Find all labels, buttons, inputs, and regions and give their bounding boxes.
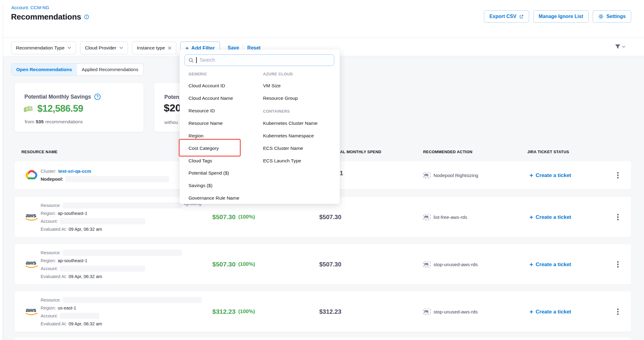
region-value: ap-southeast-1 <box>58 211 87 216</box>
external-link-icon <box>519 14 524 19</box>
row-menu-kebab-icon[interactable] <box>615 259 620 269</box>
breadcrumb[interactable]: Account: CCM-NG <box>11 5 49 10</box>
filter-chip-label: Instance type <box>137 45 165 51</box>
redacted-resource-value <box>63 202 182 208</box>
close-icon[interactable] <box>168 46 171 50</box>
chevron-down-icon <box>622 46 625 48</box>
filter-option-resource-name[interactable]: Resource Name <box>188 121 223 126</box>
col-header-recommended-action: RECOMMENDED ACTION <box>423 150 472 154</box>
savings-sub-suffix: recommendations <box>45 119 83 125</box>
row-menu-kebab-icon[interactable] <box>615 170 620 180</box>
resource-label: Resource: <box>41 203 61 208</box>
account-label: Account: <box>41 266 58 271</box>
recommended-action-label: stop-unused-aws-rds <box>434 309 478 314</box>
filter-option-cloud-account-name[interactable]: Cloud Account Name <box>188 96 233 101</box>
resource-label: Resource: <box>41 298 61 302</box>
gear-icon <box>598 14 604 19</box>
settings-label: Settings <box>606 14 626 19</box>
savings-sub-prefix: from <box>25 119 34 125</box>
filter-chip-recommendation-type[interactable]: Recommendation Type <box>11 42 76 54</box>
recommendations-page: Account: CCM-NG Recommendations Export C… <box>0 0 644 340</box>
redacted-account-value <box>60 218 145 224</box>
tab-open-recommendations[interactable]: Open Recommendations <box>11 64 77 75</box>
recommendation-row[interactable]: aws Resource: Region:us-east-1 Account: … <box>15 291 631 332</box>
region-label: Region: <box>41 306 56 310</box>
search-input[interactable] <box>199 57 331 63</box>
funnel-icon <box>615 44 621 49</box>
chevron-down-icon <box>68 47 71 49</box>
region-value: ap-southeast-1 <box>58 258 87 263</box>
potential-savings-value: $312.23 <box>212 308 236 315</box>
filter-option-resource-id[interactable]: Resource ID <box>188 108 215 114</box>
tab-applied-recommendations[interactable]: Applied Recommendations <box>77 64 143 75</box>
svg-text:aws: aws <box>26 212 36 219</box>
next-row-partial <box>15 338 631 340</box>
header-divider <box>3 37 644 38</box>
resource-label: Resource: <box>41 250 61 255</box>
filter-option-region[interactable]: Region <box>188 133 203 139</box>
filter-option-potential-spend[interactable]: Potential Spend ($) <box>188 170 229 176</box>
region-value: us-east-1 <box>58 306 76 310</box>
gcp-logo-icon <box>25 169 38 182</box>
col-header-monthly-spend-fragment: AL MONTHLY SPEND <box>340 150 381 154</box>
redacted-nodepool-value <box>65 176 169 182</box>
export-csv-label: Export CSV <box>489 14 516 19</box>
create-ticket-button[interactable]: + Create a ticket <box>529 214 571 220</box>
filter-option-cost-category[interactable]: Cost Category <box>188 146 219 151</box>
page-title: Recommendations <box>11 12 81 22</box>
settings-button[interactable]: Settings <box>593 10 631 23</box>
dropdown-search-field[interactable] <box>185 54 334 66</box>
col-header-jira-ticket-status: JIRA TICKET STATUS <box>527 150 569 154</box>
chevron-down-icon <box>119 47 123 49</box>
redacted-account-value <box>60 266 145 272</box>
filter-option-governance-rule-name[interactable]: Governance Rule Name <box>188 195 239 201</box>
evaluated-at-value: 09 Apr, 06:32 am <box>68 274 102 279</box>
savings-amount: $12,586.59 <box>37 103 83 114</box>
aws-logo-icon: aws <box>25 259 39 270</box>
recommended-action-label: stop-unused-aws-rds <box>434 262 478 267</box>
potential-savings-percent: (100%) <box>238 309 255 315</box>
savings-count: 535 <box>36 119 44 125</box>
recommendations-tabs: Open Recommendations Applied Recommendat… <box>11 63 144 76</box>
manage-ignore-list-button[interactable]: Manage Ignore List <box>533 10 589 23</box>
help-icon[interactable]: ? <box>94 93 101 100</box>
create-ticket-button[interactable]: + Create a ticket <box>529 261 571 268</box>
evaluated-at-label: Evaluated At: <box>41 274 67 279</box>
filter-chip-cloud-provider[interactable]: Cloud Provider <box>80 42 128 54</box>
potential-monthly-savings-card: Potential Monthly Savings ? $ $12,586.59… <box>15 83 144 132</box>
create-ticket-label: Create a ticket <box>536 214 571 220</box>
row-menu-kebab-icon[interactable] <box>615 307 620 317</box>
filter-option-cloud-account-id[interactable]: Cloud Account ID <box>188 83 225 89</box>
spend-card-sub-fragment: withou <box>164 120 178 125</box>
filter-option-kubernetes-namespace[interactable]: Kubernetes Namespace <box>263 133 314 139</box>
export-csv-button[interactable]: Export CSV <box>484 10 529 23</box>
create-ticket-button[interactable]: + Create a ticket <box>529 172 571 179</box>
recommended-action-label: Nodepool Rightsizing <box>434 172 478 178</box>
filter-chip-instance-type[interactable]: Instance type <box>132 42 176 54</box>
cluster-label: Cluster: <box>41 168 57 174</box>
evaluated-at-label: Evaluated At: <box>41 227 67 232</box>
filter-option-kubernetes-cluster-name[interactable]: Kubernetes Cluster Name <box>263 121 317 126</box>
filter-option-savings[interactable]: Savings ($) <box>188 183 212 188</box>
evaluated-at-value: 09 Apr, 06:32 am <box>68 227 102 232</box>
cluster-name-link[interactable]: test-sri-qa-ccm <box>58 168 91 174</box>
monthly-spend-value: $507.30 <box>319 261 341 268</box>
plus-icon: + <box>529 261 533 268</box>
filter-option-cloud-tags[interactable]: Cloud Tags <box>188 158 212 164</box>
potential-savings-percent: (100%) <box>238 261 255 267</box>
action-image-placeholder-icon <box>423 214 431 220</box>
create-ticket-label: Create a ticket <box>536 172 571 178</box>
filter-option-ecs-cluster-name[interactable]: ECS Cluster Name <box>263 146 303 151</box>
manage-ignore-list-label: Manage Ignore List <box>539 14 583 19</box>
monthly-spend-value: $312.23 <box>319 308 341 315</box>
aws-logo-icon: aws <box>25 212 39 222</box>
recommendation-row[interactable]: aws Resource: Region:ap-southeast-1 Acco… <box>15 244 631 284</box>
filter-option-resource-group[interactable]: Resource Group <box>263 96 298 101</box>
filter-option-vm-size[interactable]: VM Size <box>263 83 281 89</box>
info-icon[interactable] <box>84 14 89 20</box>
row-menu-kebab-icon[interactable] <box>615 212 620 222</box>
filter-option-ecs-launch-type[interactable]: ECS Launch Type <box>263 158 301 164</box>
plus-icon: + <box>529 309 533 315</box>
filter-panel-toggle[interactable] <box>615 44 625 49</box>
create-ticket-button[interactable]: + Create a ticket <box>529 309 571 315</box>
